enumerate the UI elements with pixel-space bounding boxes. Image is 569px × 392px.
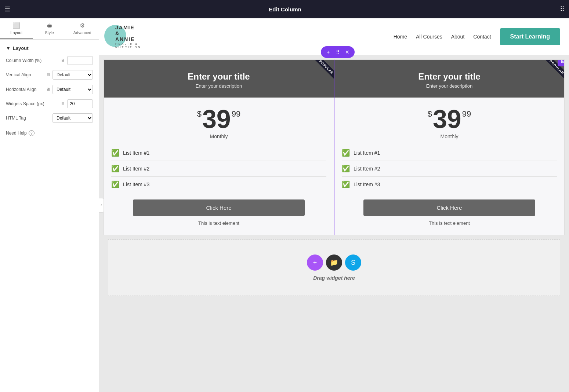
main-layout: ⬜ Layout ◉ Style ⚙ Advanced ▼ Layout Col…	[0, 18, 569, 392]
check-icon-6: ✅	[342, 180, 350, 188]
list-item: ✅ List Item #1	[342, 145, 557, 161]
card1-badge-text: POPULAR	[314, 60, 334, 80]
card2-list-items: ✅ List Item #1 ✅ List Item #2 ✅ List Ite…	[342, 145, 557, 192]
card1-price-period: Monthly	[210, 133, 228, 139]
list-item: ✅ List Item #1	[111, 145, 326, 161]
card1-desc: Enter your description	[111, 83, 326, 89]
tab-style[interactable]: ◉ Style	[33, 18, 66, 39]
pricing-card-2: ⊞ Enter your title Enter your descriptio…	[334, 59, 565, 235]
column-toolbar: + ⠿ ✕	[321, 46, 355, 58]
column-width-input[interactable]	[67, 56, 93, 65]
help-icon: ?	[29, 130, 35, 136]
card2-title: Enter your title	[342, 72, 557, 82]
logo-subtext: HEALTH & NUTRITION	[115, 42, 141, 49]
drag-text: Drag widget here	[313, 275, 355, 281]
vertical-align-device-icon: 🖥	[46, 72, 50, 77]
need-help-link[interactable]: Need Help ?	[6, 130, 93, 136]
html-tag-select[interactable]: Default	[52, 113, 93, 123]
logo-text: JAMIE & ANNIE	[115, 25, 141, 42]
card1-item2: List Item #2	[123, 166, 149, 172]
drag-widget-area: + 📁 S Drag widget here	[108, 239, 560, 296]
start-learning-button[interactable]: Start Learning	[500, 28, 560, 45]
layout-section-title: ▼ Layout	[6, 45, 93, 51]
card1-price-cents: 99	[232, 109, 240, 119]
list-item: ✅ List Item #2	[342, 161, 557, 177]
check-icon-1: ✅	[111, 149, 119, 157]
section-arrow-icon: ▼	[6, 45, 11, 51]
card2-price-period: Monthly	[440, 133, 458, 139]
tab-advanced[interactable]: ⚙ Advanced	[66, 18, 99, 39]
card2-item1: List Item #1	[354, 150, 380, 156]
widgets-space-row: Widgets Space (px) 🖥	[6, 99, 93, 108]
html-tag-label: HTML Tag	[6, 116, 50, 121]
logo: JAMIE & ANNIE HEALTH & NUTRITION	[108, 24, 141, 50]
widgets-space-input[interactable]	[67, 99, 93, 108]
column-width-device-icon: 🖥	[61, 58, 65, 63]
canvas-area: JAMIE & ANNIE HEALTH & NUTRITION Home Al…	[99, 18, 569, 392]
widgets-space-device-icon: 🖥	[61, 101, 65, 106]
card2-body: $ 39 99 Monthly ✅ List Item #1	[334, 98, 564, 235]
sidebar-collapse-handle[interactable]: ‹	[99, 198, 104, 213]
card1-item1: List Item #1	[123, 150, 149, 156]
add-column-button[interactable]: +	[324, 48, 333, 56]
pricing-section: + ⠿ ✕ Enter your title Enter your descri…	[104, 59, 565, 235]
vertical-align-label: Vertical Align	[6, 72, 43, 77]
pricing-row: Enter your title Enter your description …	[104, 59, 565, 235]
drag-icons-row: + 📁 S	[307, 254, 361, 271]
topbar-title: Edit Column	[15, 6, 555, 12]
card2-header: Enter your title Enter your description …	[334, 60, 564, 98]
layout-icon: ⬜	[13, 22, 20, 29]
list-item: ✅ List Item #3	[111, 177, 326, 192]
check-icon-3: ✅	[111, 180, 119, 188]
horizontal-align-row: Horizontal Align 🖥 Default	[6, 85, 93, 94]
topbar: ☰ Edit Column ⠿	[0, 0, 569, 18]
nav-about[interactable]: About	[451, 34, 465, 40]
move-column-button[interactable]: ⠿	[333, 48, 342, 56]
column-width-label: Column Width (%)	[6, 58, 57, 63]
card1-item3: List Item #3	[123, 182, 149, 187]
pricing-card-1: Enter your title Enter your description …	[104, 59, 334, 235]
sidebar-tabs: ⬜ Layout ◉ Style ⚙ Advanced	[0, 18, 99, 40]
menu-icon[interactable]: ☰	[4, 5, 10, 13]
horizontal-align-device-icon: 🖥	[46, 87, 50, 92]
sidebar: ⬜ Layout ◉ Style ⚙ Advanced ▼ Layout Col…	[0, 18, 99, 392]
tab-layout-label: Layout	[10, 30, 22, 35]
list-item: ✅ List Item #3	[342, 177, 557, 192]
card1-title: Enter your title	[111, 72, 326, 82]
card2-desc: Enter your description	[342, 83, 557, 89]
check-icon-4: ✅	[342, 149, 350, 157]
nav-home[interactable]: Home	[394, 34, 407, 40]
grid-icon[interactable]: ⠿	[560, 5, 565, 13]
check-icon-2: ✅	[111, 165, 119, 173]
nav-links: Home All Courses About Contact Start Lea…	[394, 28, 560, 45]
style-icon: ◉	[47, 22, 52, 29]
vertical-align-row: Vertical Align 🖥 Default	[6, 70, 93, 80]
column-indicator: ⊞	[558, 59, 565, 66]
list-item: ✅ List Item #2	[111, 161, 326, 177]
card2-item2: List Item #2	[354, 166, 380, 172]
card2-cta-button[interactable]: Click Here	[363, 199, 536, 216]
close-column-button[interactable]: ✕	[343, 48, 352, 56]
card2-price-dollar: $	[428, 109, 432, 119]
plugin-icon-button[interactable]: S	[345, 254, 361, 271]
card2-price-main: 39	[433, 106, 461, 132]
tab-advanced-label: Advanced	[73, 30, 91, 35]
nav-contact[interactable]: Contact	[473, 34, 491, 40]
tab-style-label: Style	[45, 30, 54, 35]
column-width-row: Column Width (%) 🖥	[6, 56, 93, 65]
html-tag-row: HTML Tag Default	[6, 113, 93, 123]
card2-item3: List Item #3	[354, 182, 380, 187]
horizontal-align-label: Horizontal Align	[6, 87, 43, 92]
vertical-align-select[interactable]: Default	[52, 70, 93, 80]
card1-body: $ 39 99 Monthly ✅ List Item #1	[104, 98, 334, 235]
card1-cta-button[interactable]: Click Here	[133, 199, 305, 216]
card1-price-dollar: $	[197, 109, 202, 119]
tab-layout[interactable]: ⬜ Layout	[0, 18, 33, 39]
card2-price-row: $ 39 99	[428, 106, 471, 132]
card1-badge: POPULAR	[304, 60, 334, 89]
sidebar-body: ▼ Layout Column Width (%) 🖥 Vertical Ali…	[0, 40, 99, 392]
nav-all-courses[interactable]: All Courses	[416, 34, 442, 40]
add-widget-button[interactable]: +	[307, 254, 323, 271]
horizontal-align-select[interactable]: Default	[52, 85, 93, 94]
folder-icon-button[interactable]: 📁	[326, 254, 342, 271]
